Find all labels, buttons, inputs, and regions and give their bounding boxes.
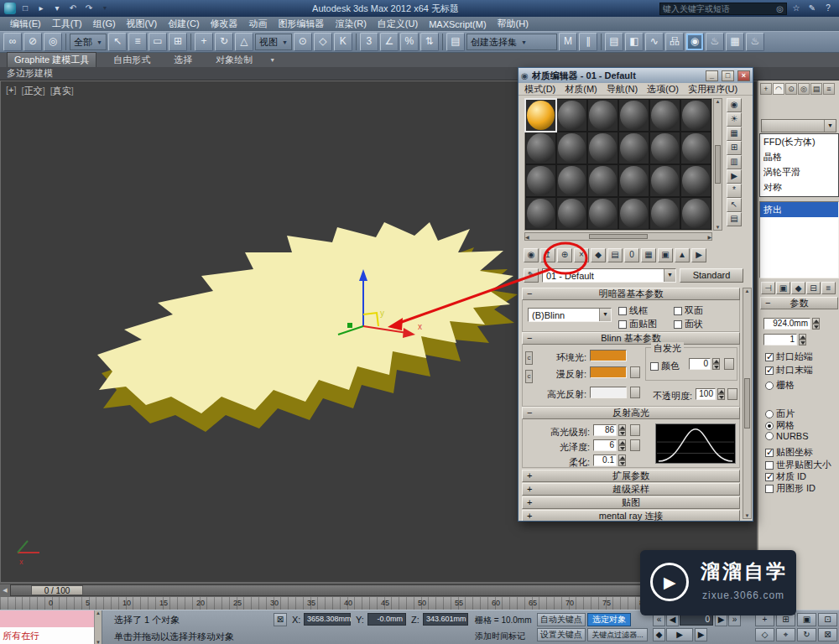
reset-map-icon[interactable]: ×: [574, 248, 589, 262]
menu-animation[interactable]: 动画: [244, 18, 273, 30]
utilities-tab-icon[interactable]: ≡: [823, 83, 835, 95]
world-map-size-checkbox[interactable]: 世界贴图大小: [765, 459, 831, 471]
time-slider-handle[interactable]: 0 / 100: [31, 585, 83, 595]
select-and-move-icon[interactable]: +: [195, 33, 213, 51]
scroll-down-icon[interactable]: ▼: [95, 640, 102, 644]
select-by-material-icon[interactable]: ↖: [727, 198, 742, 212]
material-sample-slot[interactable]: [556, 132, 587, 164]
lock-diffuse-specular-icon[interactable]: c: [525, 370, 533, 383]
material-type-button[interactable]: Standard: [680, 268, 743, 283]
modifier-option-turbosmooth[interactable]: 涡轮平滑: [760, 164, 838, 179]
selection-filter-dropdown[interactable]: 全部 ▼: [70, 34, 107, 50]
material-sample-slot[interactable]: [587, 197, 618, 230]
select-by-name-icon[interactable]: ≡: [128, 33, 147, 51]
specular-level-map-button[interactable]: [630, 424, 640, 436]
crossing-selection-icon[interactable]: ⊞: [169, 33, 187, 51]
select-object-icon[interactable]: ↖: [108, 33, 127, 51]
scroll-up-icon[interactable]: ▲: [716, 99, 721, 104]
menu-modes[interactable]: 模式(D): [520, 83, 560, 96]
search-icon[interactable]: ◎: [776, 4, 784, 13]
material-sample-slot[interactable]: [587, 164, 618, 197]
segments-spinner[interactable]: [799, 334, 806, 345]
modifier-stack-selected[interactable]: 挤出: [760, 202, 838, 217]
set-key-button[interactable]: 设置关键点: [537, 628, 586, 641]
self-illum-color-checkbox[interactable]: 颜色: [650, 360, 680, 372]
sample-uv-tiling-icon[interactable]: ⊞: [727, 141, 742, 155]
rollout-vscrollbar[interactable]: ▲ ▼: [743, 288, 752, 519]
configure-modifier-sets-icon[interactable]: ≡: [821, 282, 836, 294]
get-material-icon[interactable]: ◉: [524, 248, 539, 262]
play-animation-button[interactable]: ▶: [666, 628, 693, 641]
pan-view-button[interactable]: ⌖: [776, 628, 795, 641]
communication-center-icon[interactable]: ☆: [789, 3, 803, 14]
schematic-view-icon[interactable]: 品: [665, 33, 684, 51]
save-icon[interactable]: ▾: [50, 3, 64, 14]
orbit-view-button[interactable]: ↻: [797, 628, 816, 641]
rendered-frame-icon[interactable]: ▦: [726, 33, 744, 51]
ribbon-tab-object-paint[interactable]: 对象绘制: [209, 53, 259, 67]
named-selection-dropdown[interactable]: 创建选择集 ▼: [466, 34, 557, 50]
align-icon[interactable]: ∥: [579, 33, 597, 51]
listener-scrollbar[interactable]: ▲ ▼: [94, 610, 102, 644]
viewport-menu-general[interactable]: +: [6, 85, 17, 97]
help-icon[interactable]: ?: [821, 3, 835, 14]
menu-material[interactable]: 材质(M): [560, 83, 602, 96]
hierarchy-tab-icon[interactable]: ⊙: [785, 83, 797, 95]
material-sample-slot[interactable]: [649, 132, 680, 164]
soften-field[interactable]: 0.1: [593, 454, 617, 466]
sample-background-icon[interactable]: ▦: [727, 127, 742, 141]
diffuse-color-swatch[interactable]: [590, 366, 627, 378]
select-and-rotate-icon[interactable]: ↻: [215, 33, 233, 51]
rollout-specular-highlights[interactable]: − 反射高光: [522, 407, 740, 419]
segments-field[interactable]: 1: [763, 334, 797, 345]
menu-navigation[interactable]: 导航(N): [602, 83, 642, 96]
minimize-button[interactable]: _: [706, 70, 718, 81]
grid-cap-radio[interactable]: 栅格: [765, 379, 795, 392]
make-material-unique-icon[interactable]: ◆: [591, 248, 606, 262]
rollout-extended-parameters[interactable]: + 扩展参数: [522, 470, 740, 482]
viewport-menu-pov[interactable]: 正交: [22, 85, 45, 97]
pin-stack-icon[interactable]: ⊣: [761, 282, 775, 294]
cap-end-checkbox[interactable]: 封口末端: [765, 364, 813, 377]
reference-coordsys-dropdown[interactable]: 视图 ▼: [255, 34, 292, 50]
mirror-icon[interactable]: M: [559, 33, 577, 51]
maximize-viewport-button[interactable]: ⊠: [818, 628, 837, 641]
undo-icon[interactable]: ↶: [66, 3, 80, 14]
zoom-extents-button[interactable]: ▣: [797, 613, 816, 626]
shader-type-dropdown[interactable]: (B)Blinn ▼: [528, 308, 612, 322]
scroll-right-icon[interactable]: ▶: [707, 234, 711, 240]
specular-color-swatch[interactable]: [590, 387, 627, 398]
material-sample-slot[interactable]: [680, 197, 711, 230]
glossiness-spinner[interactable]: [618, 439, 626, 451]
favorites-icon[interactable]: ✎: [805, 3, 819, 14]
use-pivot-center-icon[interactable]: ⊙: [294, 33, 312, 51]
make-unique-icon[interactable]: ◆: [791, 282, 805, 294]
field-of-view-button[interactable]: ◇: [755, 628, 774, 641]
redo-icon[interactable]: ↷: [82, 3, 96, 14]
lock-ambient-diffuse-icon[interactable]: c: [525, 351, 533, 365]
modifier-option-symmetry[interactable]: 对称: [760, 179, 838, 195]
new-file-icon[interactable]: □: [18, 3, 32, 14]
wireframe-checkbox[interactable]: 线框: [618, 304, 648, 317]
menu-modifiers[interactable]: 修改器: [206, 18, 243, 30]
amount-field[interactable]: 924.0mm: [763, 318, 810, 330]
listener-pane[interactable]: 所有在行: [0, 627, 94, 644]
opacity-map-button[interactable]: [727, 388, 737, 400]
ribbon-tab-graphite[interactable]: Graphite 建模工具: [7, 52, 96, 67]
assign-material-to-selection-icon[interactable]: ⊕: [557, 248, 572, 262]
put-to-library-icon[interactable]: ▤: [607, 248, 623, 262]
rollout-blinn-basic[interactable]: − Blinn 基本参数: [522, 332, 740, 345]
maximize-button[interactable]: □: [722, 70, 734, 81]
menu-rendering[interactable]: 渲染(R): [331, 18, 372, 30]
sample-slots-vscrollbar[interactable]: ▲ ▼: [713, 98, 722, 231]
backlight-icon[interactable]: ☀: [727, 112, 742, 127]
material-sample-slot[interactable]: [618, 164, 649, 197]
ribbon-caret-icon[interactable]: ▼: [269, 57, 275, 63]
zoom-extents-all-button[interactable]: ⊡: [818, 613, 837, 626]
diffuse-map-button[interactable]: [630, 366, 640, 378]
angle-snap-icon[interactable]: ∠: [380, 33, 399, 51]
unlink-selection-icon[interactable]: ⊘: [23, 33, 42, 51]
put-material-to-scene-icon[interactable]: ↥: [540, 248, 555, 262]
rollout-shader-basic[interactable]: − 明暗器基本参数: [522, 288, 740, 300]
menu-group[interactable]: 组(G): [88, 18, 121, 30]
